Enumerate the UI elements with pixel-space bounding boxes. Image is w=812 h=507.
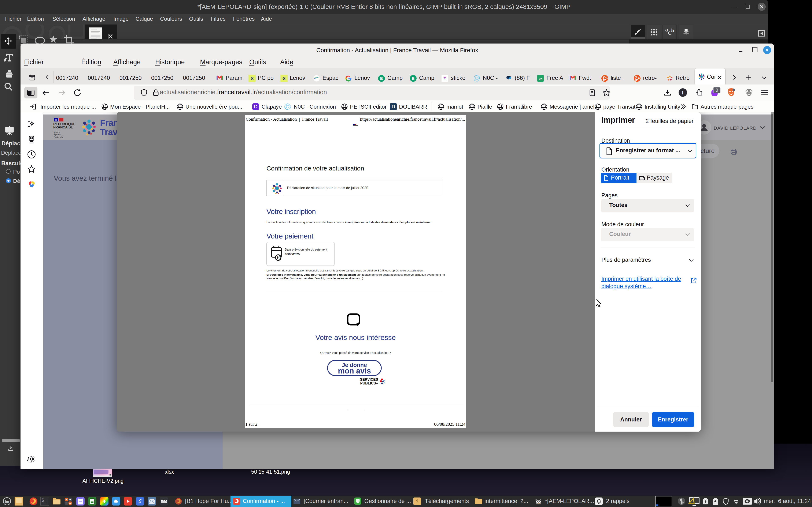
svg-text:lm: lm [5, 500, 9, 504]
svg-text:€: € [277, 255, 280, 261]
svg-text:B: B [380, 76, 383, 81]
svg-text:B: B [412, 76, 414, 81]
svg-text:px: px [539, 77, 542, 80]
